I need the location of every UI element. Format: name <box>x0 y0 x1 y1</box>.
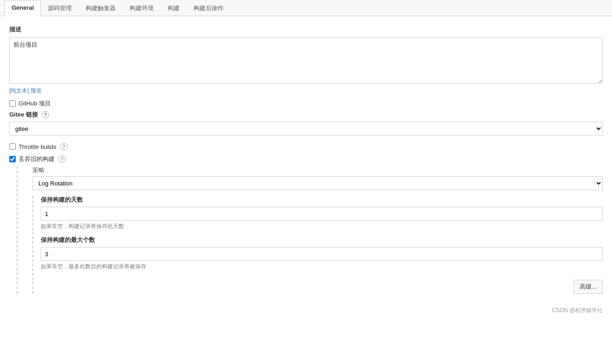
keep-max-input[interactable] <box>41 247 603 261</box>
tab-source[interactable]: 源码管理 <box>41 0 79 16</box>
discard-help-icon[interactable]: ? <box>58 155 66 163</box>
tab-post[interactable]: 构建后操作 <box>187 0 231 16</box>
gitee-field-label: Gitee 链接 ? <box>9 111 603 119</box>
keep-days-input[interactable] <box>41 207 603 221</box>
description-textarea[interactable] <box>9 37 603 84</box>
preview-link[interactable]: [纯文本] 预览 <box>9 87 42 95</box>
throttle-checkbox[interactable] <box>9 143 16 150</box>
footer-watermark: CSDN @程序猿学社 <box>0 303 612 318</box>
throttle-label: Throttle builds <box>19 143 56 150</box>
main-content: 描述 [纯文本] 预览 GitHub 项目 Gitee 链接 ? gitee T… <box>0 16 612 303</box>
github-row: GitHub 项目 <box>9 99 603 108</box>
inner-nested-section: 保持构建的天数 如果非空，构建记录将保存此天数 保持构建的最大个数 如果非空，最… <box>32 196 603 294</box>
github-label: GitHub 项目 <box>19 99 51 108</box>
gitee-help-icon[interactable]: ? <box>42 111 49 118</box>
advanced-btn-row: 高级... <box>41 280 603 294</box>
strategy-label: 策略 <box>32 166 603 174</box>
throttle-help-icon[interactable]: ? <box>60 143 68 150</box>
github-checkbox[interactable] <box>9 100 16 107</box>
keep-max-help: 如果非空，最多此数目的构建记录将被保存 <box>41 263 603 271</box>
discard-label: 丢弃旧的构建 <box>19 155 55 163</box>
advanced-button[interactable]: 高级... <box>574 280 603 294</box>
strategy-section: 策略 Log Rotation <box>32 166 603 190</box>
tab-general[interactable]: General <box>5 0 41 16</box>
description-label: 描述 <box>9 25 603 34</box>
gitee-select[interactable]: gitee <box>9 122 603 136</box>
discard-row: 丢弃旧的构建 ? <box>9 155 603 163</box>
throttle-row: Throttle builds ? <box>9 143 603 150</box>
discard-checkbox[interactable] <box>9 156 16 162</box>
keep-days-help: 如果非空，构建记录将保存此天数 <box>41 222 603 230</box>
nested-section: 策略 Log Rotation 保持构建的天数 如果非空，构建记录将保存此天数 … <box>17 166 603 294</box>
keep-max-label: 保持构建的最大个数 <box>41 236 603 244</box>
keep-days-label: 保持构建的天数 <box>41 196 603 204</box>
tab-trigger[interactable]: 构建触发器 <box>79 0 123 16</box>
tabs-bar: General 源码管理 构建触发器 构建环境 构建 构建后操作 <box>0 0 612 16</box>
strategy-select[interactable]: Log Rotation <box>32 176 603 190</box>
tab-env[interactable]: 构建环境 <box>123 0 161 16</box>
tab-build[interactable]: 构建 <box>161 0 187 16</box>
